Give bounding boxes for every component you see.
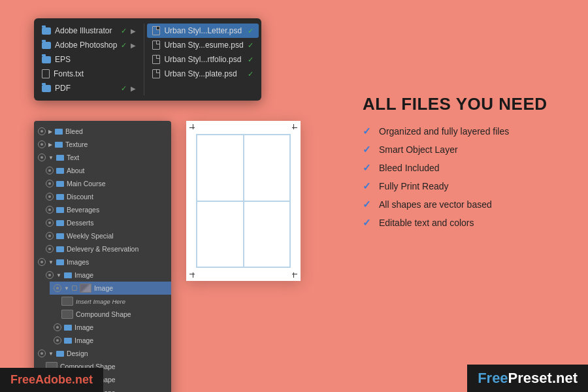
layer-folder-icon bbox=[56, 351, 64, 357]
features-section: ALL FILES YOU NEED ✓ Organized and fully… bbox=[363, 95, 552, 235]
doc-cell bbox=[244, 201, 291, 268]
layer-item[interactable]: ▼ Image bbox=[42, 269, 171, 282]
layer-item[interactable]: ▶ Bleed bbox=[34, 125, 171, 138]
banner-left[interactable]: FreeAdobe.net bbox=[0, 368, 103, 392]
check-icon: ✓ bbox=[121, 41, 127, 50]
feature-text: Fully Print Ready bbox=[379, 181, 449, 191]
eye-icon[interactable] bbox=[54, 284, 61, 292]
check-icon: ✓ bbox=[248, 27, 253, 35]
eye-icon[interactable] bbox=[54, 323, 61, 331]
layer-name: About bbox=[67, 167, 84, 174]
eye-icon[interactable] bbox=[46, 206, 54, 214]
file-item[interactable]: Adobe Photoshop ✓ ▶ bbox=[37, 38, 141, 52]
collapse-icon[interactable]: ▶ bbox=[48, 129, 52, 135]
layer-folder-icon bbox=[64, 338, 72, 344]
feature-item: ✓ Bleed Included bbox=[363, 162, 552, 174]
file-name: Urban Sty...esume.psd bbox=[164, 41, 243, 50]
layer-name: Discount bbox=[67, 193, 93, 201]
layer-folder-icon bbox=[56, 194, 64, 200]
file-name: Adobe Photoshop bbox=[55, 41, 117, 50]
file-item[interactable]: Adobe Illustrator ✓ ▶ bbox=[37, 24, 141, 38]
doc-cell bbox=[197, 135, 244, 201]
eye-icon[interactable] bbox=[38, 127, 46, 135]
layer-item[interactable]: Delevery & Reservation bbox=[42, 242, 171, 255]
banner-right[interactable]: FreePreset.net bbox=[467, 365, 588, 392]
eye-icon[interactable] bbox=[38, 350, 46, 357]
layer-name: Texture bbox=[65, 140, 88, 148]
check-icon: ✓ bbox=[121, 84, 127, 93]
layer-item[interactable]: Discount bbox=[42, 190, 171, 203]
eye-icon[interactable] bbox=[46, 245, 54, 253]
file-item[interactable]: Urban Sty...esume.psd ✓ bbox=[147, 38, 258, 52]
check-icon: ✓ bbox=[248, 41, 253, 50]
doc-cell bbox=[197, 201, 244, 268]
layer-item[interactable]: Weekly Special bbox=[42, 229, 171, 242]
file-item[interactable]: Urban Styl...rtfolio.psd ✓ bbox=[147, 52, 258, 67]
layer-item[interactable]: About bbox=[42, 164, 171, 177]
eye-icon[interactable] bbox=[46, 271, 54, 279]
layer-item[interactable]: Beverages bbox=[42, 203, 171, 216]
eye-icon[interactable] bbox=[46, 180, 54, 188]
layer-folder-icon bbox=[56, 220, 64, 226]
feature-item: ✓ Editable text and colors bbox=[363, 217, 552, 229]
folder-icon bbox=[42, 56, 51, 63]
layer-thumbnail bbox=[61, 310, 73, 319]
collapse-icon[interactable]: ▼ bbox=[48, 259, 54, 265]
eye-icon[interactable] bbox=[46, 193, 54, 201]
file-item[interactable]: Urban Sty...plate.psd ✓ bbox=[147, 67, 258, 81]
bleed-mark bbox=[193, 272, 193, 278]
layer-thumbnail bbox=[80, 284, 91, 293]
layer-folder-icon bbox=[56, 233, 64, 239]
layer-item[interactable]: Main Course bbox=[42, 177, 171, 190]
document-grid bbox=[196, 134, 291, 268]
psd-icon bbox=[152, 55, 160, 64]
layer-item[interactable]: Desserts bbox=[42, 216, 171, 229]
layer-item[interactable]: Insert Image Here bbox=[57, 295, 171, 308]
bleed-mark bbox=[193, 124, 193, 129]
collapse-icon[interactable]: ▼ bbox=[56, 272, 61, 278]
file-item[interactable]: EPS bbox=[37, 52, 141, 67]
layer-item[interactable]: ▶ Texture bbox=[34, 138, 171, 151]
file-item[interactable]: Fonts.txt bbox=[37, 67, 141, 81]
layer-name: Image bbox=[74, 336, 93, 344]
collapse-icon[interactable]: ▼ bbox=[64, 286, 69, 291]
layer-folder-icon bbox=[56, 181, 64, 187]
layer-thumbnail bbox=[61, 297, 73, 306]
file-name: Fonts.txt bbox=[54, 69, 84, 78]
eye-icon[interactable] bbox=[38, 154, 46, 161]
layer-item[interactable]: ▼ Design bbox=[34, 347, 171, 360]
collapse-icon[interactable]: ▼ bbox=[48, 155, 54, 161]
layer-item[interactable]: Compound Shape bbox=[57, 308, 171, 321]
file-item[interactable]: PDF ✓ ▶ bbox=[37, 81, 141, 95]
layer-folder-icon bbox=[55, 142, 63, 148]
arrow-icon: ▶ bbox=[131, 42, 136, 49]
layer-item[interactable]: Image bbox=[50, 321, 171, 334]
layer-item-highlighted[interactable]: ▼ Image bbox=[50, 282, 171, 295]
layer-folder-icon bbox=[56, 259, 64, 265]
collapse-icon[interactable]: ▼ bbox=[48, 351, 54, 357]
file-name: EPS bbox=[55, 55, 71, 64]
layer-name: Desserts bbox=[67, 219, 93, 227]
check-icon: ✓ bbox=[248, 70, 253, 78]
layer-name: Insert Image Here bbox=[76, 298, 125, 305]
collapse-icon[interactable]: ▶ bbox=[48, 142, 52, 148]
eye-icon[interactable] bbox=[46, 167, 54, 174]
layer-folder-icon bbox=[64, 272, 72, 278]
feature-text: Bleed Included bbox=[379, 163, 440, 173]
file-name: Adobe Illustrator bbox=[55, 26, 112, 35]
layer-item[interactable]: Image bbox=[50, 334, 171, 347]
banner-preset-text: Preset.net bbox=[508, 370, 578, 386]
bleed-mark bbox=[293, 124, 294, 129]
eye-icon[interactable] bbox=[46, 232, 54, 240]
file-item-selected[interactable]: Urban Styl...Letter.psd ✓ bbox=[147, 24, 258, 38]
layer-item[interactable]: ▼ Images bbox=[34, 255, 171, 269]
eye-icon[interactable] bbox=[38, 140, 46, 148]
check-icon: ✓ bbox=[363, 144, 371, 155]
eye-icon[interactable] bbox=[46, 219, 54, 227]
feature-text: Editable text and colors bbox=[379, 218, 474, 228]
eye-icon[interactable] bbox=[38, 258, 46, 266]
layer-item[interactable]: ▼ Text bbox=[34, 151, 171, 164]
feature-item: ✓ Fully Print Ready bbox=[363, 180, 552, 192]
layer-name: Images bbox=[67, 258, 89, 266]
eye-icon[interactable] bbox=[54, 336, 61, 344]
